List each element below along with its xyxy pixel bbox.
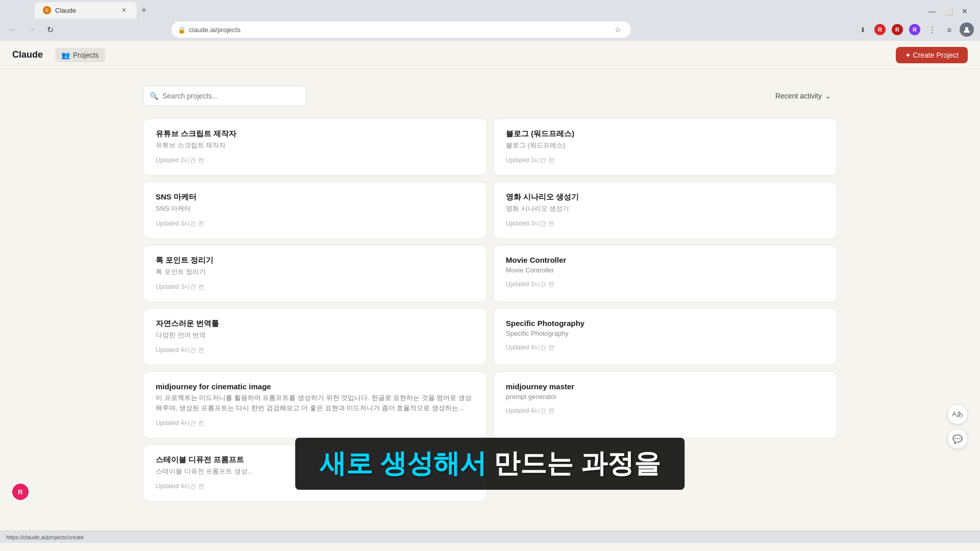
tab-close-button[interactable]: ✕ [119, 6, 129, 15]
browser-ext-1[interactable]: R [873, 22, 887, 37]
project-title: 블로그 (워드프레스) [506, 129, 824, 139]
search-icon: 🔍 [150, 92, 158, 100]
search-input[interactable] [162, 92, 300, 100]
project-subtitle: 블로그 (워드프레스) [506, 141, 824, 150]
address-bar-row: ← → ↻ 🔒 claude.ai/projects ☆ ⬇ R R R ⋮ ≡ [0, 18, 980, 41]
subtitle-text: 새로 생성해서 만드는 과정을 [320, 446, 660, 482]
project-subtitle: 유튜브 스크립트 제작자 [156, 141, 474, 150]
status-bar: https://claude.ai/projects/create [0, 531, 980, 543]
project-title: 유튜브 스크립트 제작자 [156, 129, 474, 139]
project-card[interactable]: 톡 포인트 정리기톡 포인트 정리기Updated 3시간 전 [143, 245, 487, 302]
subtitle-word-3: 만드는 [494, 448, 573, 478]
project-subtitle: 영화 시나리오 생성기 [506, 204, 824, 213]
project-title: SNS 마케터 [156, 192, 474, 202]
project-updated: Updated 4시간 전 [506, 407, 824, 415]
reload-button[interactable]: ↻ [43, 22, 57, 37]
project-updated: Updated 3시간 전 [506, 219, 824, 228]
project-title: Specific Photography [506, 319, 824, 328]
status-url: https://claude.ai/projects/create [6, 534, 84, 540]
downloads-icon[interactable]: ⬇ [855, 22, 870, 37]
project-card[interactable]: 영화 시나리오 생성기영화 시나리오 생성기Updated 3시간 전 [493, 182, 837, 239]
project-card[interactable]: 유튜브 스크립트 제작자유튜브 스크립트 제작자Updated 2시간 전 [143, 118, 487, 176]
user-avatar[interactable]: R [12, 484, 29, 500]
project-card[interactable]: SNS 마케터SNS 마케터Updated 3시간 전 [143, 182, 487, 239]
search-bar[interactable]: 🔍 [143, 86, 306, 106]
recent-activity-label: Recent activity [775, 92, 822, 100]
project-subtitle: 톡 포인트 정리기 [156, 267, 474, 277]
more-button[interactable]: ≡ [942, 22, 957, 37]
bookmark-icon[interactable]: ☆ [610, 22, 625, 37]
lock-icon: 🔒 [178, 26, 186, 34]
chevron-down-icon: ⌄ [825, 92, 831, 100]
forward-button[interactable]: → [24, 22, 39, 37]
translate-float-button[interactable]: Aあ [947, 404, 968, 424]
project-desc: 이 프로젝트는 미드저니를 활용하여 프롬프트를 생성하기 위한 것입니다. 한… [156, 393, 474, 413]
tab-title: Claude [55, 7, 76, 14]
browser-ext-2[interactable]: R [890, 22, 904, 37]
project-updated: Updated 3시간 전 [506, 280, 824, 289]
subtitle-word-2: 생성해서 [380, 448, 486, 478]
tab-favicon: C [43, 6, 51, 14]
subtitle-word-4: 과정을 [581, 448, 660, 478]
project-updated: Updated 3시간 전 [156, 283, 474, 291]
nav-projects[interactable]: 👥 Projects [55, 48, 105, 62]
back-button[interactable]: ← [6, 22, 20, 37]
subtitle-word-1: 새로 [320, 448, 373, 478]
project-card[interactable]: Movie ControllerMovie ControllerUpdated … [493, 245, 837, 302]
close-window-button[interactable]: ✕ [958, 4, 972, 18]
address-bar[interactable]: 🔒 claude.ai/projects ☆ [172, 21, 631, 38]
project-subtitle: 다양한 언어 번역 [156, 331, 474, 340]
chat-float-button[interactable]: 💬 [947, 429, 968, 449]
project-card[interactable]: midjourney for cinematic image이 프로젝트는 미드… [143, 371, 487, 438]
project-subtitle: SNS 마케터 [156, 204, 474, 213]
project-title: Movie Controller [506, 256, 824, 264]
nav-projects-label: Projects [73, 51, 99, 59]
app-nav: 👥 Projects [55, 48, 105, 62]
projects-icon: 👥 [61, 51, 70, 59]
browser-tab[interactable]: C Claude ✕ [35, 2, 137, 18]
new-tab-button[interactable]: + [137, 3, 151, 17]
project-subtitle: Movie Controller [506, 266, 824, 274]
project-subtitle: Specific Photography [506, 330, 824, 337]
project-card[interactable]: 자연스러운 번역툴다양한 언어 번역Updated 4시간 전 [143, 308, 487, 365]
browser-ext-3[interactable]: R [908, 22, 922, 37]
project-updated: Updated 2시간 전 [156, 156, 474, 165]
project-title: 톡 포인트 정리기 [156, 256, 474, 265]
app-logo: Claude [12, 49, 43, 60]
recent-activity-button[interactable]: Recent activity ⌄ [769, 88, 837, 104]
extensions-button[interactable]: ⋮ [925, 22, 939, 37]
profile-avatar[interactable] [960, 22, 974, 37]
project-title: midjourney for cinematic image [156, 382, 474, 391]
project-updated: Updated 4시간 전 [156, 419, 474, 428]
project-card[interactable]: 블로그 (워드프레스)블로그 (워드프레스)Updated 3시간 전 [493, 118, 837, 176]
project-updated: Updated 4시간 전 [156, 346, 474, 355]
project-updated: Updated 3시간 전 [156, 219, 474, 228]
project-title: 영화 시나리오 생성기 [506, 192, 824, 202]
project-title: midjourney master [506, 382, 824, 391]
project-updated: Updated 4시간 전 [506, 343, 824, 352]
url-text: claude.ai/projects [189, 26, 240, 34]
ext-circle-2: R [892, 24, 903, 35]
project-updated: Updated 3시간 전 [506, 156, 824, 165]
project-title: 자연스러운 번역툴 [156, 319, 474, 329]
create-project-button[interactable]: ✦ Create Project [896, 47, 968, 63]
project-card[interactable]: Specific PhotographySpecific Photography… [493, 308, 837, 365]
project-card[interactable]: midjourney masterprompt generatorUpdated… [493, 371, 837, 438]
restore-button[interactable]: ⬜ [941, 4, 955, 18]
minimize-button[interactable]: — [925, 4, 939, 18]
subtitle-overlay: 새로 생성해서 만드는 과정을 [295, 438, 684, 490]
project-subtitle: prompt generator [506, 393, 824, 400]
top-controls: 🔍 Recent activity ⌄ [143, 86, 837, 106]
right-float-buttons: Aあ 💬 [947, 404, 968, 449]
ext-circle-1: R [874, 24, 886, 35]
app-header: Claude 👥 Projects ✦ Create Project [0, 41, 980, 69]
ext-circle-3: R [909, 24, 920, 35]
